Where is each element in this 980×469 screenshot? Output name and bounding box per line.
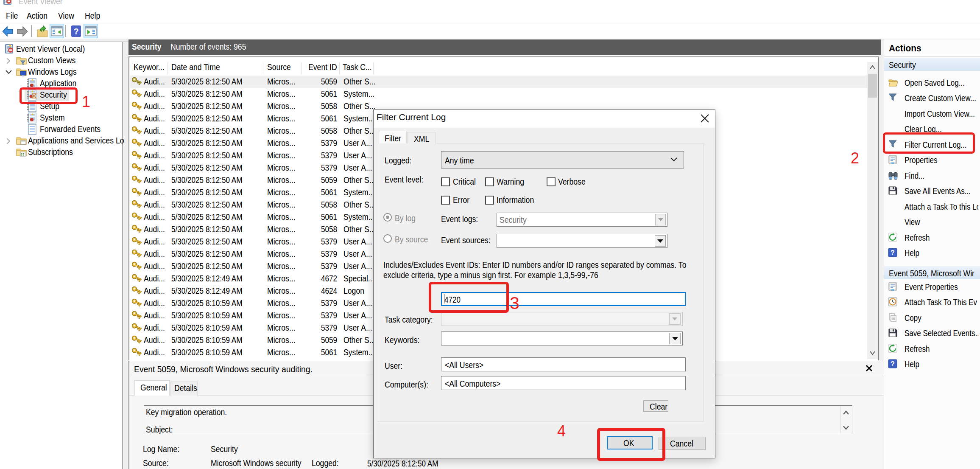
svg-text:?: ? [891,249,895,256]
svg-text:?: ? [73,27,78,36]
svg-text:?: ? [891,360,895,368]
